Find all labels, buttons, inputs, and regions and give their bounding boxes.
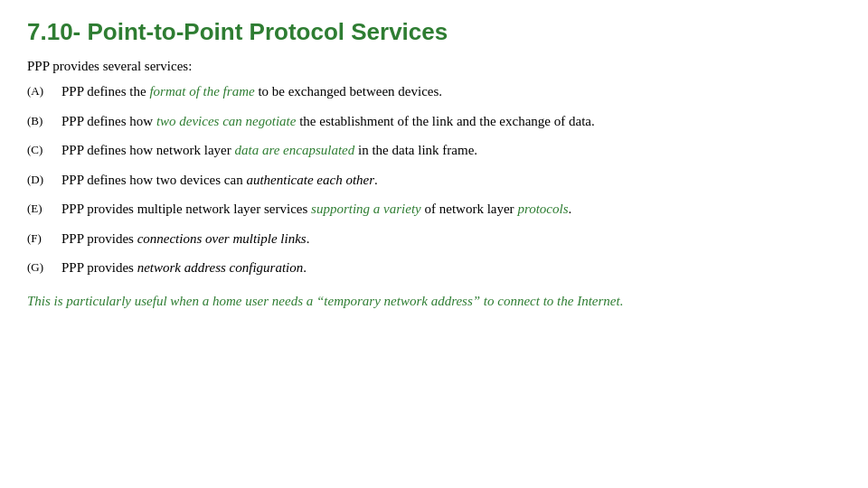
list-item-a: (A) PPP defines the format of the frame … xyxy=(27,81,841,102)
italic-authenticate: authenticate each other xyxy=(246,173,374,187)
content-e: PPP provides multiple network layer serv… xyxy=(61,199,841,220)
content-g: PPP provides network address configurati… xyxy=(61,258,841,278)
label-g: (G) xyxy=(27,258,61,278)
italic-encapsulated: data are encapsulated xyxy=(235,143,355,157)
label-c: (C) xyxy=(27,140,61,161)
list-item-f: (F) PPP provides connections over multip… xyxy=(27,229,841,249)
intro-text: PPP provides several services: xyxy=(27,59,841,74)
list-item-e: (E) PPP provides multiple network layer … xyxy=(27,199,841,220)
content-b: PPP defines how two devices can negotiat… xyxy=(61,111,841,132)
italic-connections: connections over multiple links xyxy=(137,231,307,246)
content-f: PPP provides connections over multiple l… xyxy=(61,229,841,249)
page-title: 7.10- Point-to-Point Protocol Services xyxy=(27,18,841,46)
italic-format: format of the frame xyxy=(149,84,254,99)
label-a: (A) xyxy=(27,81,61,102)
italic-protocols: protocols xyxy=(517,202,568,216)
list-item-d: (D) PPP defines how two devices can auth… xyxy=(27,170,841,191)
list-item-c: (C) PPP defines how network layer data a… xyxy=(27,140,841,161)
label-d: (D) xyxy=(27,170,61,191)
label-e: (E) xyxy=(27,199,61,220)
label-f: (F) xyxy=(27,229,61,249)
content-a: PPP defines the format of the frame to b… xyxy=(61,81,841,102)
list-item-g: (G) PPP provides network address configu… xyxy=(27,258,841,278)
content-c: PPP defines how network layer data are e… xyxy=(61,140,841,161)
italic-network-address: network address configuration xyxy=(137,260,304,275)
italic-negotiate: two devices can negotiate xyxy=(156,114,297,128)
list-item-b: (B) PPP defines how two devices can nego… xyxy=(27,111,841,132)
label-b: (B) xyxy=(27,111,61,132)
content-d: PPP defines how two devices can authenti… xyxy=(61,170,841,191)
italic-supporting: supporting a variety xyxy=(311,202,421,216)
note-text: This is particularly useful when a home … xyxy=(27,291,841,312)
